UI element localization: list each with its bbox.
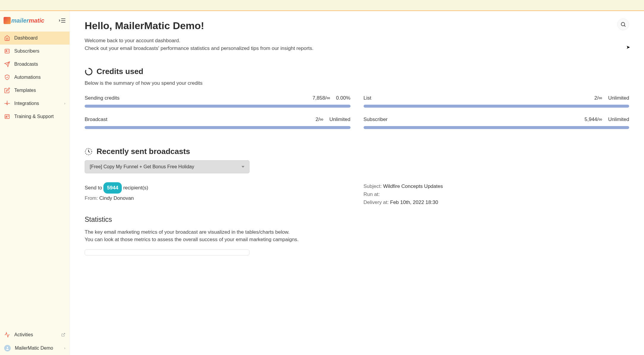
progress-bar — [85, 126, 351, 129]
credit-label: Subscriber — [364, 117, 388, 122]
credits-title: Credits used — [97, 67, 143, 76]
clock-dotted-icon — [85, 148, 92, 155]
logo-icon — [4, 17, 11, 24]
statistics-text: The key email marketing metrics of your … — [85, 228, 629, 244]
collapse-sidebar-button[interactable] — [59, 18, 66, 23]
nav-item-subscribers[interactable]: Subscribers — [0, 45, 70, 58]
credit-count: 5,944/∞ — [585, 117, 602, 122]
home-icon — [4, 35, 10, 41]
nav-label: Templates — [14, 88, 65, 93]
credits-header: Credits used — [85, 67, 629, 76]
subject-value: Wildfire Concepts Updates — [383, 183, 443, 189]
chevron-right-icon: › — [64, 346, 65, 350]
welcome-text: Welcome back to your account dashboard. … — [85, 37, 629, 52]
nav-item-activities[interactable]: Activities — [0, 328, 70, 341]
svg-rect-3 — [5, 49, 10, 53]
credits-subtitle: Below is the summary of how you spend yo… — [85, 80, 629, 86]
svg-marker-19 — [241, 166, 244, 168]
book-icon — [4, 114, 10, 120]
statistics-chart-placeholder — [85, 249, 250, 255]
detail-right: Subject: Wildfire Concepts Updates Run a… — [364, 182, 629, 207]
nav-item-user-profile[interactable]: MailerMatic Demo › — [0, 341, 70, 355]
svg-line-14 — [63, 333, 65, 335]
credit-status: Unlimited — [608, 117, 629, 122]
broadcast-details: Send to 5944 recipient(s) From: Cindy Do… — [85, 182, 629, 207]
statistics-line1: The key email marketing metrics of your … — [85, 228, 629, 236]
nav-label: Activities — [14, 332, 57, 337]
nav-item-automations[interactable]: Automations — [0, 71, 70, 84]
main-content: Hello, MailerMatic Demo! Welcome back to… — [70, 11, 644, 355]
nav-label: Dashboard — [14, 35, 65, 41]
chart-donut-icon — [85, 68, 92, 76]
sidebar: mailermatic Dashboard — [0, 11, 70, 355]
svg-line-17 — [624, 25, 625, 26]
run-at-label: Run at: — [364, 191, 380, 197]
search-button[interactable] — [617, 18, 629, 30]
nav-item-templates[interactable]: Templates — [0, 84, 70, 97]
page-title: Hello, MailerMatic Demo! — [85, 20, 629, 32]
progress-bar — [85, 105, 351, 108]
credit-label: List — [364, 95, 371, 101]
recipients-badge: 5944 — [103, 182, 122, 194]
svg-point-11 — [6, 116, 7, 117]
nav-label: Automations — [14, 75, 65, 80]
statistics-title: Statistics — [85, 216, 629, 224]
sidebar-header: mailermatic — [0, 11, 70, 32]
credit-status: Unlimited — [608, 95, 629, 101]
nav-item-training-support[interactable]: Training & Support — [0, 110, 70, 123]
external-link-icon — [61, 333, 65, 337]
welcome-line2: Check out your email broadcasts' perform… — [85, 45, 629, 52]
nav-item-broadcasts[interactable]: Broadcasts — [0, 58, 70, 71]
svg-rect-10 — [5, 114, 10, 118]
search-icon — [620, 21, 626, 27]
credit-label: Broadcast — [85, 117, 108, 122]
credit-count: 2/∞ — [315, 117, 323, 122]
credit-subscriber: Subscriber 5,944/∞ Unlimited — [364, 117, 629, 129]
statistics-line2: You can look at those metrics to assess … — [85, 236, 629, 244]
refresh-icon — [4, 100, 10, 106]
top-banner — [0, 0, 644, 11]
user-name: MailerMatic Demo — [15, 345, 60, 351]
credit-broadcast: Broadcast 2/∞ Unlimited — [85, 117, 351, 129]
logo-text: mailermatic — [11, 17, 44, 24]
nav-list: Dashboard Subscribers Broadcasts Automat… — [0, 32, 70, 328]
credit-sending: Sending credits 7,858/∞ 0.00% — [85, 95, 351, 108]
progress-bar — [364, 126, 629, 129]
broadcast-selected-value: [Free] Copy My Funnel + Get Bonus Free H… — [90, 164, 194, 169]
credit-count: 7,858/∞ — [312, 95, 330, 101]
broadcasts-title: Recently sent broadcasts — [97, 147, 190, 156]
subject-label: Subject: — [364, 183, 382, 189]
edit-icon — [4, 87, 10, 93]
users-icon — [4, 48, 10, 54]
delivery-value: Feb 10th, 2022 18:30 — [390, 200, 438, 205]
logo[interactable]: mailermatic — [4, 17, 44, 24]
app-container: mailermatic Dashboard — [0, 11, 644, 355]
welcome-line1: Welcome back to your account dashboard. — [85, 37, 629, 45]
broadcasts-header: Recently sent broadcasts — [85, 147, 629, 156]
progress-bar — [364, 105, 629, 108]
nav-label: Training & Support — [14, 114, 65, 119]
detail-left: Send to 5944 recipient(s) From: Cindy Do… — [85, 182, 351, 207]
shield-check-icon — [4, 74, 10, 80]
svg-point-4 — [6, 50, 7, 51]
credit-list: List 2/∞ Unlimited — [364, 95, 629, 108]
avatar-icon — [4, 345, 11, 351]
chevron-right-icon: › — [64, 101, 65, 106]
sidebar-bottom: Activities MailerMatic Demo › — [0, 328, 70, 355]
credit-status: Unlimited — [329, 117, 351, 122]
credit-label: Sending credits — [85, 95, 119, 101]
from-value: Cindy Donovan — [99, 195, 134, 201]
from-label: From: — [85, 195, 98, 201]
send-icon — [4, 61, 10, 67]
collapse-icon — [59, 18, 66, 23]
nav-item-dashboard[interactable]: Dashboard — [0, 32, 70, 45]
svg-point-16 — [621, 22, 625, 26]
activity-icon — [4, 332, 10, 338]
credit-status: 0.00% — [336, 95, 350, 101]
credit-count: 2/∞ — [594, 95, 602, 101]
caret-down-icon — [241, 165, 244, 168]
send-to-prefix: Send to — [85, 185, 102, 191]
broadcast-select[interactable]: [Free] Copy My Funnel + Get Bonus Free H… — [85, 160, 250, 173]
nav-item-integrations[interactable]: Integrations › — [0, 97, 70, 110]
nav-label: Integrations — [14, 101, 60, 106]
